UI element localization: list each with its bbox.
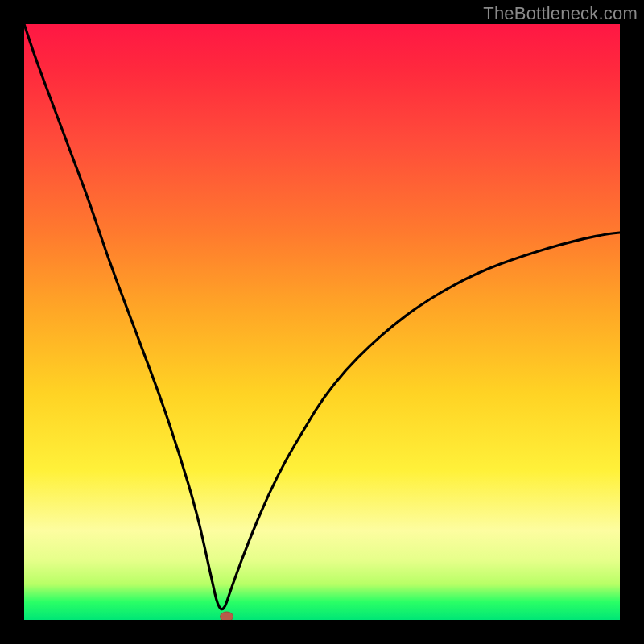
chart-stage: TheBottleneck.com (0, 0, 644, 644)
plot-area (24, 24, 620, 620)
minimum-marker (221, 612, 233, 620)
curve-svg (24, 24, 620, 620)
bottleneck-curve (24, 24, 620, 609)
watermark-text: TheBottleneck.com (483, 3, 638, 24)
